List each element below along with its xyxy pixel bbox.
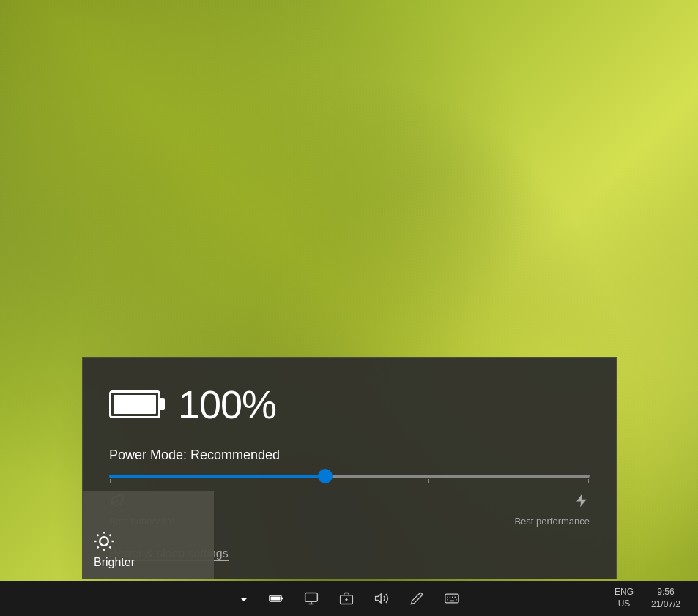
battery-header: 100% — [109, 382, 590, 427]
power-slider-thumb[interactable] — [318, 469, 333, 483]
taskbar-keyboard-icon[interactable] — [436, 581, 468, 616]
svg-line-7 — [97, 546, 99, 548]
power-mode-right: Best performance — [514, 492, 590, 527]
tick-1 — [110, 479, 111, 483]
brighter-tile[interactable]: Brighter — [82, 491, 214, 579]
clock-time: 9:56 — [657, 586, 674, 598]
region-label: US — [618, 598, 631, 610]
svg-rect-12 — [305, 593, 317, 602]
power-slider-track — [109, 475, 590, 478]
svg-line-4 — [109, 546, 111, 548]
tick-3 — [428, 479, 429, 483]
battery-icon — [109, 390, 160, 418]
taskbar-volume-icon[interactable] — [365, 581, 398, 616]
taskbar-pen-icon[interactable] — [401, 581, 433, 616]
lightning-icon — [573, 492, 590, 513]
taskbar-center-icons — [231, 581, 468, 616]
svg-line-3 — [97, 535, 99, 536]
sun-icon — [94, 531, 114, 552]
taskbar-network-icon[interactable] — [330, 581, 363, 616]
power-slider-container[interactable] — [109, 475, 590, 483]
tick-2 — [270, 479, 270, 483]
clock-date: 21/07/2 — [651, 598, 680, 611]
svg-rect-11 — [281, 598, 283, 600]
taskbar-right-area: ENG US 9:56 21/07/2 — [610, 581, 692, 616]
brighter-label: Brighter — [94, 556, 202, 569]
best-performance-label: Best performance — [514, 516, 590, 527]
svg-point-0 — [100, 537, 108, 546]
tick-4 — [588, 479, 589, 483]
taskbar: ENG US 9:56 21/07/2 — [0, 581, 698, 616]
taskbar-battery-icon[interactable] — [260, 581, 292, 616]
svg-line-8 — [109, 535, 111, 536]
taskbar-monitor-icon[interactable] — [295, 581, 327, 616]
battery-fill — [114, 395, 156, 414]
language-label: ENG — [615, 587, 634, 598]
battery-percentage: 100% — [178, 382, 276, 427]
taskbar-overflow-chevron[interactable] — [231, 581, 257, 616]
power-mode-label: Power Mode: Recommended — [109, 448, 590, 463]
power-slider-fill — [109, 475, 325, 478]
taskbar-clock[interactable]: 9:56 21/07/2 — [639, 581, 692, 616]
power-slider-ticks — [109, 479, 590, 483]
taskbar-language[interactable]: ENG US — [610, 581, 638, 616]
svg-marker-18 — [375, 594, 381, 603]
svg-rect-10 — [270, 597, 280, 601]
